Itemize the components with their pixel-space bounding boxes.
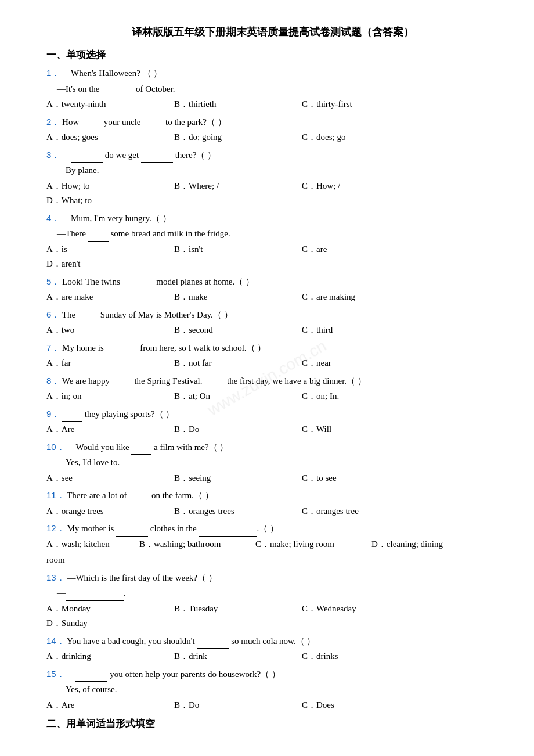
question-9: 9． they playing sports?（ ） A．Are B．Do C．… [46, 406, 499, 437]
option: A．does; goes [46, 130, 174, 145]
option: C．are making [302, 290, 430, 305]
option: D．cleaning; dining [371, 537, 443, 552]
question-10: 10． —Would you like a film with me?（ ） —… [46, 440, 499, 486]
option: C．does; go [302, 130, 430, 145]
option: B．at; On [174, 389, 302, 404]
option: C．Will [302, 422, 430, 437]
option: D．Sunday [46, 616, 174, 631]
option: C．to see [302, 471, 430, 486]
option: B．thirtieth [174, 97, 302, 112]
option: C．How; / [302, 179, 430, 194]
option: D．What; to [46, 193, 174, 208]
option: B．Tuesday [174, 602, 302, 617]
option: C．thirty-first [302, 97, 430, 112]
option: A．twenty-ninth [46, 97, 174, 112]
section2-heading: 二、用单词适当形式填空 [46, 716, 499, 733]
option: A．Monday [46, 602, 174, 617]
option: A．in; on [46, 389, 174, 404]
option: D．aren't [46, 257, 174, 272]
option: C．Wednesday [302, 602, 430, 617]
option: C．on; In. [302, 389, 430, 404]
option: A．How; to [46, 179, 174, 194]
option: A．orange trees [46, 504, 174, 519]
option: B．Do [174, 698, 302, 713]
question-8: 8． We are happy the Spring Festival. the… [46, 373, 499, 404]
option: C．third [302, 323, 430, 338]
question-7: 7． My home is from here, so I walk to sc… [46, 340, 499, 371]
section1-heading: 一、单项选择 [46, 47, 499, 64]
question-5: 5． Look! The twins model planes at home.… [46, 274, 499, 305]
option: B．not far [174, 356, 302, 371]
option: A．are make [46, 290, 174, 305]
question-2: 2． How your uncle to the park?（ ） A．does… [46, 114, 499, 145]
option: A．two [46, 323, 174, 338]
option: C．are [302, 242, 430, 257]
question-4: 4． —Mum, I'm very hungry.（ ） —There some… [46, 211, 499, 272]
option: A．wash; kitchen [46, 537, 139, 552]
option: B．Do [174, 422, 302, 437]
option: A．Are [46, 698, 174, 713]
question-12: 12． My mother is clothes in the .（ ） A．w… [46, 521, 499, 568]
option: A．far [46, 356, 174, 371]
question-1: 1． —When's Halloween? （ ） —It's on the o… [46, 66, 499, 112]
option: C．drinks [302, 649, 430, 664]
option: B．washing; bathroom [139, 537, 255, 552]
option: C．make; living room [255, 537, 371, 552]
option: B．make [174, 290, 302, 305]
question-15: 15． — you often help your parents do hou… [46, 667, 499, 713]
option: B．second [174, 323, 302, 338]
question-6: 6． The Sunday of May is Mother's Day.（ ）… [46, 307, 499, 338]
option: B．isn't [174, 242, 302, 257]
option: B．do; going [174, 130, 302, 145]
question-11: 11． There are a lot of on the farm.（ ） A… [46, 488, 499, 519]
option: B．seeing [174, 471, 302, 486]
option: B．Where; / [174, 179, 302, 194]
question-13: 13． —Which is the first day of the week?… [46, 570, 499, 631]
page-title: 译林版版五年级下册期末英语质量提高试卷测试题（含答案） [46, 23, 499, 41]
option: A．drinking [46, 649, 174, 664]
option: C．near [302, 356, 430, 371]
option: C．Does [302, 698, 430, 713]
option: A．is [46, 242, 174, 257]
question-14: 14． You have a bad cough, you shouldn't … [46, 633, 499, 664]
option: A．see [46, 471, 174, 486]
option: A．Are [46, 422, 174, 437]
question-3: 3． — do we get there?（ ） —By plane. A．Ho… [46, 147, 499, 208]
option: B．drink [174, 649, 302, 664]
option: C．oranges tree [302, 504, 430, 519]
option: B．oranges trees [174, 504, 302, 519]
